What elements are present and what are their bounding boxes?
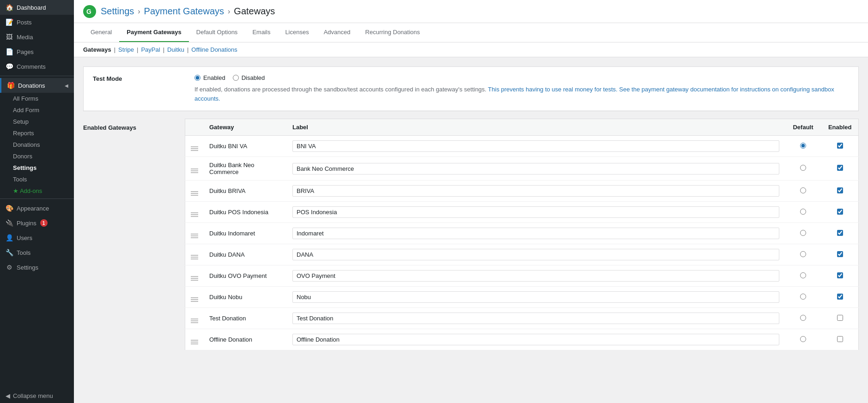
default-radio-duitku-briva[interactable] (800, 187, 806, 193)
default-radio-offline-donation[interactable] (800, 336, 806, 342)
test-mode-enabled-radio[interactable] (194, 75, 200, 81)
tab-payment-gateways[interactable]: Payment Gateways (119, 23, 189, 42)
test-mode-disabled-radio[interactable] (233, 75, 239, 81)
label-input-duitku-ovo[interactable] (292, 270, 779, 282)
test-mode-enabled-label: Enabled (203, 74, 225, 81)
tab-licenses[interactable]: Licenses (278, 23, 316, 42)
sidebar-item-pages[interactable]: 📄 Pages (0, 44, 74, 59)
sidebar-item-tools[interactable]: 🔧 Tools (0, 245, 74, 260)
settings-content: Test Mode Enabled Disabled If enable (74, 57, 868, 403)
enabled-check-duitku-dana[interactable] (837, 251, 843, 257)
label-input-duitku-bni-va[interactable] (292, 140, 779, 152)
enabled-check-test-donation[interactable] (837, 315, 843, 321)
drag-dots-icon[interactable] (191, 234, 198, 238)
label-input-test-donation[interactable] (292, 313, 779, 324)
enabled-check-duitku-indomaret[interactable] (837, 230, 843, 236)
sidebar-sub-settings[interactable]: Settings (0, 162, 74, 174)
enabled-check-duitku-ovo[interactable] (837, 272, 843, 278)
breadcrumb-payment-gateways[interactable]: Payment Gateways (144, 6, 224, 17)
label-input-duitku-nobu[interactable] (292, 291, 779, 303)
default-radio-duitku-ovo[interactable] (800, 272, 806, 278)
sidebar-sub-tools[interactable]: Tools (0, 174, 74, 185)
sub-tab-paypal[interactable]: PayPal (141, 46, 160, 53)
enabled-cell-duitku-bni-va (822, 136, 859, 157)
sidebar-sub-setup[interactable]: Setup (0, 116, 74, 127)
gateways-label: Enabled Gateways (83, 119, 185, 131)
collapse-menu-button[interactable]: ◀ Collapse menu (0, 389, 74, 403)
default-radio-duitku-bni-va[interactable] (800, 143, 806, 149)
drag-handle-duitku-bank-neo[interactable] (185, 157, 204, 180)
sidebar-sub-donations[interactable]: Donations (0, 139, 74, 150)
drag-dots-icon[interactable] (191, 146, 198, 151)
default-radio-duitku-bank-neo[interactable] (800, 165, 806, 171)
tab-general[interactable]: General (83, 23, 119, 42)
drag-dots-icon[interactable] (191, 191, 198, 196)
label-cell-duitku-dana (287, 244, 785, 265)
drag-handle-duitku-bni-va[interactable] (185, 136, 204, 157)
enabled-check-duitku-bni-va[interactable] (837, 143, 843, 149)
enabled-check-offline-donation[interactable] (837, 336, 843, 342)
default-radio-duitku-indomaret[interactable] (800, 230, 806, 236)
sidebar-item-settings[interactable]: ⚙ Settings (0, 260, 74, 275)
sidebar-item-dashboard[interactable]: 🏠 Dashboard (0, 0, 74, 15)
posts-icon: 📝 (6, 18, 13, 26)
sidebar-item-comments[interactable]: 💬 Comments (0, 59, 74, 74)
test-mode-disabled-option[interactable]: Disabled (233, 74, 265, 81)
drag-dots-icon[interactable] (191, 297, 198, 302)
test-mode-link[interactable]: This prevents having to use real money f… (194, 86, 834, 102)
drag-dots-icon[interactable] (191, 276, 198, 281)
sidebar-sub-add-ons[interactable]: ★ Add-ons (0, 185, 74, 197)
sidebar-item-posts[interactable]: 📝 Posts (0, 15, 74, 30)
enabled-check-duitku-bank-neo[interactable] (837, 165, 843, 171)
label-input-duitku-bank-neo[interactable] (292, 163, 779, 174)
table-row: Duitku OVO Payment (185, 265, 859, 287)
sidebar-item-plugins[interactable]: 🔌 Plugins 1 (0, 216, 74, 230)
drag-handle-duitku-dana[interactable] (185, 244, 204, 265)
sub-tab-gateways[interactable]: Gateways (83, 46, 111, 53)
test-mode-enabled-option[interactable]: Enabled (194, 74, 225, 81)
drag-dots-icon[interactable] (191, 255, 198, 259)
sub-tab-duitku[interactable]: Duitku (167, 46, 184, 53)
sidebar-sub-add-form[interactable]: Add Form (0, 104, 74, 116)
plugins-icon: 🔌 (6, 219, 13, 227)
sub-tab-stripe[interactable]: Stripe (118, 46, 134, 53)
drag-handle-duitku-ovo[interactable] (185, 265, 204, 287)
label-input-offline-donation[interactable] (292, 334, 779, 345)
drag-dots-icon[interactable] (191, 319, 198, 323)
drag-dots-icon[interactable] (191, 340, 198, 344)
drag-handle-duitku-pos-indonesia[interactable] (185, 202, 204, 223)
sidebar-item-appearance[interactable]: 🎨 Appearance (0, 201, 74, 216)
label-input-duitku-pos-indonesia[interactable] (292, 206, 779, 218)
sidebar-sub-donors[interactable]: Donors (0, 150, 74, 162)
label-input-duitku-briva[interactable] (292, 185, 779, 197)
default-radio-duitku-dana[interactable] (800, 251, 806, 257)
drag-handle-duitku-nobu[interactable] (185, 287, 204, 308)
enabled-check-duitku-briva[interactable] (837, 187, 843, 193)
drag-handle-duitku-briva[interactable] (185, 180, 204, 202)
sidebar-item-donations[interactable]: 🎁 Donations ◀ (0, 78, 74, 93)
tab-advanced[interactable]: Advanced (316, 23, 358, 42)
sidebar-item-users[interactable]: 👤 Users (0, 230, 74, 245)
sub-tab-offline-donations[interactable]: Offline Donations (191, 46, 237, 53)
drag-dots-icon[interactable] (191, 168, 198, 173)
label-input-duitku-dana[interactable] (292, 249, 779, 260)
label-input-duitku-indomaret[interactable] (292, 228, 779, 239)
default-radio-duitku-nobu[interactable] (800, 294, 806, 300)
drag-handle-test-donation[interactable] (185, 308, 204, 329)
tab-emails[interactable]: Emails (245, 23, 278, 42)
enabled-check-duitku-nobu[interactable] (837, 294, 843, 300)
sidebar-item-media[interactable]: 🖼 Media (0, 30, 74, 44)
sidebar-sub-reports[interactable]: Reports (0, 127, 74, 139)
pages-icon: 📄 (6, 48, 13, 55)
sidebar-sub-all-forms[interactable]: All Forms (0, 93, 74, 104)
drag-dots-icon[interactable] (191, 212, 198, 217)
drag-handle-offline-donation[interactable] (185, 329, 204, 350)
enabled-check-duitku-pos-indonesia[interactable] (837, 209, 843, 215)
breadcrumb-settings[interactable]: Settings (101, 6, 134, 17)
sub-tab-sep-1: | (114, 46, 115, 53)
drag-handle-duitku-indomaret[interactable] (185, 223, 204, 244)
default-radio-duitku-pos-indonesia[interactable] (800, 209, 806, 215)
tab-recurring-donations[interactable]: Recurring Donations (358, 23, 428, 42)
tab-default-options[interactable]: Default Options (189, 23, 245, 42)
default-radio-test-donation[interactable] (800, 315, 806, 321)
